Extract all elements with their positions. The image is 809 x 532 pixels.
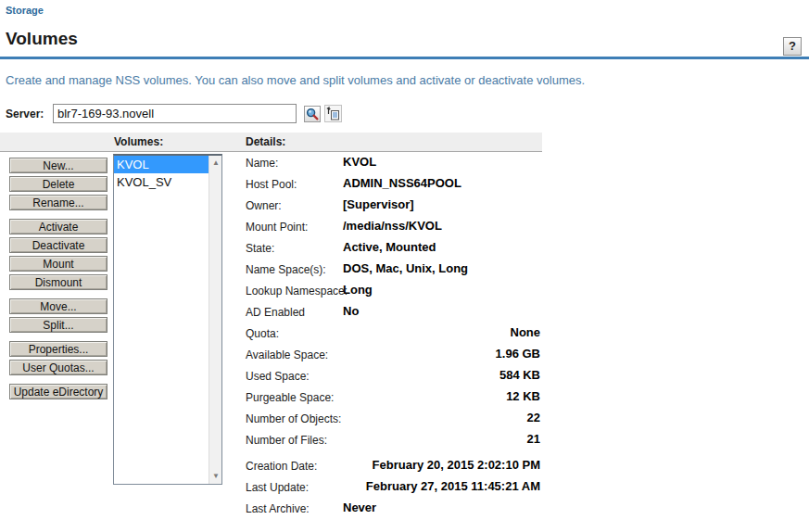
button-group: Move...Split... xyxy=(9,298,109,333)
title-divider xyxy=(0,57,809,59)
details-label: Host Pool: xyxy=(246,178,297,191)
details-row: Host Pool:ADMIN_NSS64POOL xyxy=(246,174,540,196)
details-label: Last Update: xyxy=(246,481,309,494)
object-history-icon xyxy=(326,107,340,120)
details-row: Number of Files:21 xyxy=(246,430,540,451)
details-label: Purgeable Space: xyxy=(246,391,334,404)
details-value: ADMIN_NSS64POOL xyxy=(343,176,461,190)
volume-list: KVOLKVOL_SV xyxy=(114,156,209,484)
user-quotas-button[interactable]: User Quotas... xyxy=(9,360,107,375)
help-button[interactable]: ? xyxy=(783,37,802,56)
details-row: Creation Date:February 20, 2015 2:02:10 … xyxy=(246,456,540,477)
details-row: AD EnabledNo xyxy=(246,302,540,323)
server-field-label: Server: xyxy=(6,108,44,120)
details-row: Last Update:February 27, 2015 11:45:21 A… xyxy=(246,477,540,499)
details-value: None xyxy=(511,325,541,339)
details-row: Name Space(s):DOS, Mac, Unix, Long xyxy=(246,260,540,281)
details-label: Last Archive: xyxy=(246,502,310,515)
breadcrumb-storage-link[interactable]: Storage xyxy=(6,5,44,16)
details-value: 1.96 GB xyxy=(496,347,540,361)
details-row: Lookup Namespace:Long xyxy=(246,281,540,302)
details-value: DOS, Mac, Unix, Long xyxy=(343,261,468,275)
details-value: Long xyxy=(343,283,373,297)
update-edirectory-button[interactable]: Update eDirectory xyxy=(9,384,107,399)
details-label: Name: xyxy=(246,157,278,170)
rename-button[interactable]: Rename... xyxy=(9,195,107,210)
details-row: Last Archive:Never xyxy=(246,499,540,520)
volumes-list-header: Volumes: xyxy=(114,135,163,148)
button-group: Update eDirectory xyxy=(9,384,109,399)
details-value: 22 xyxy=(527,411,540,424)
action-buttons: New...DeleteRename...ActivateDeactivateM… xyxy=(9,158,109,408)
details-row: Owner:[Supervisor] xyxy=(246,196,540,217)
details-label: Available Space: xyxy=(246,348,328,361)
details-panel: Name:KVOLHost Pool:ADMIN_NSS64POOLOwner:… xyxy=(246,153,540,520)
details-value: No xyxy=(343,304,359,318)
properties-button[interactable]: Properties... xyxy=(9,341,107,357)
activate-button[interactable]: Activate xyxy=(9,219,107,234)
details-value: Active, Mounted xyxy=(343,240,436,254)
scroll-down-icon[interactable]: ▼ xyxy=(209,470,222,483)
details-row: Mount Point:/media/nss/KVOL xyxy=(246,217,540,238)
details-value: 12 KB xyxy=(506,389,540,403)
details-label: Number of Objects: xyxy=(246,412,341,425)
volumes-scrollbar[interactable]: ▲ ▼ xyxy=(209,156,221,484)
details-label: AD Enabled xyxy=(246,306,305,319)
object-history-button[interactable] xyxy=(324,105,342,122)
details-row: Purgeable Space:12 KB xyxy=(246,387,540,409)
button-group: Properties...User Quotas... xyxy=(9,341,109,375)
delete-button[interactable]: Delete xyxy=(9,176,107,192)
page-title: Volumes xyxy=(6,29,78,49)
volumes-listbox[interactable]: KVOLKVOL_SV ▲ ▼ xyxy=(113,154,222,485)
details-label: State: xyxy=(246,242,274,255)
details-value: Never xyxy=(343,500,376,514)
details-label: Name Space(s): xyxy=(246,263,326,276)
new-button[interactable]: New... xyxy=(9,158,107,173)
details-value: February 27, 2015 11:45:21 AM xyxy=(366,479,540,493)
details-row: Name:KVOL xyxy=(246,153,540,174)
magnifier-icon xyxy=(306,108,319,120)
move-button[interactable]: Move... xyxy=(9,298,107,314)
details-label: Creation Date: xyxy=(246,460,317,473)
details-value: /media/nss/KVOL xyxy=(343,219,442,233)
details-row: Quota:None xyxy=(246,323,540,345)
details-value: [Supervisor] xyxy=(343,197,414,211)
details-row: State:Active, Mounted xyxy=(246,238,540,260)
scroll-up-icon[interactable]: ▲ xyxy=(209,157,222,170)
volume-list-item[interactable]: KVOL_SV xyxy=(114,173,209,191)
details-label: Mount Point: xyxy=(246,221,308,234)
details-label: Number of Files: xyxy=(246,434,327,447)
details-row: Available Space:1.96 GB xyxy=(246,345,540,366)
dismount-button[interactable]: Dismount xyxy=(9,274,107,290)
details-value: KVOL xyxy=(343,155,376,169)
split-button[interactable]: Split... xyxy=(9,317,107,333)
server-input[interactable] xyxy=(53,104,297,123)
details-value: February 20, 2015 2:02:10 PM xyxy=(373,458,540,472)
details-value: 21 xyxy=(527,432,540,446)
browse-server-button[interactable] xyxy=(304,106,321,122)
details-value: 584 KB xyxy=(499,368,540,382)
details-panel-header: Details: xyxy=(246,135,285,148)
deactivate-button[interactable]: Deactivate xyxy=(9,237,107,253)
details-label: Owner: xyxy=(246,199,282,212)
button-group: ActivateDeactivateMountDismount xyxy=(9,219,109,290)
details-label: Lookup Namespace: xyxy=(246,285,348,298)
mount-button[interactable]: Mount xyxy=(9,256,107,272)
details-label: Quota: xyxy=(246,327,279,340)
volume-list-item[interactable]: KVOL xyxy=(114,156,209,173)
details-label: Used Space: xyxy=(246,370,310,383)
button-group: New...DeleteRename... xyxy=(9,158,109,210)
details-row: Number of Objects:22 xyxy=(246,409,540,430)
details-row: Used Space:584 KB xyxy=(246,366,540,387)
page-description: Create and manage NSS volumes. You can a… xyxy=(6,73,585,87)
